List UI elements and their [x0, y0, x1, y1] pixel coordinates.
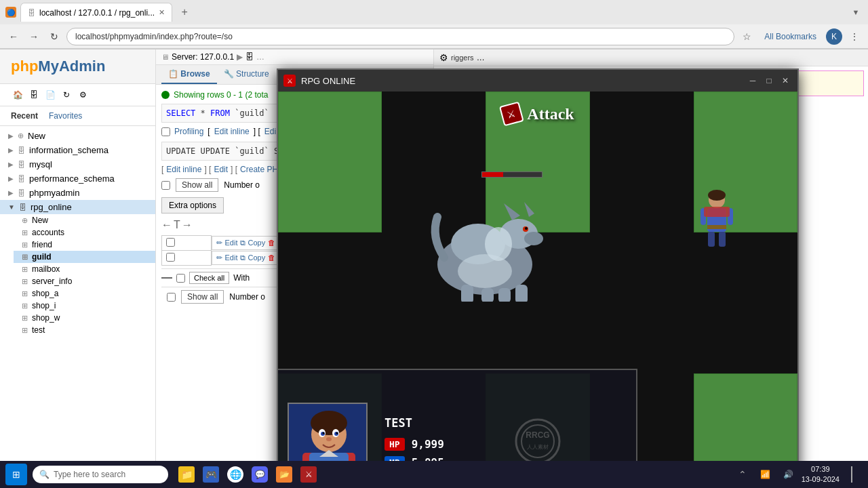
new-db-item[interactable]: ▶ ⊕ New: [0, 129, 155, 143]
logo-php: php: [11, 58, 38, 75]
bookmark-star-icon[interactable]: ☆: [738, 28, 755, 45]
edit-inline-link[interactable]: Edit inline: [214, 127, 250, 136]
network-icon[interactable]: 📶: [755, 464, 776, 485]
edit-link[interactable]: Edi: [264, 127, 276, 136]
server-label: Server: 127.0.0.1: [172, 52, 234, 62]
table-new[interactable]: ⊕ New: [14, 214, 155, 226]
check-all-btn[interactable]: Check all: [189, 272, 229, 284]
show-desktop-btn[interactable]: [842, 464, 863, 485]
discord-icon: 💬: [252, 466, 268, 483]
taskbar-app-chrome[interactable]: 🌐: [225, 464, 245, 485]
svg-rect-8: [461, 285, 473, 302]
table-friend-label: friend: [32, 240, 52, 249]
arrow-left-icon[interactable]: ←: [161, 219, 172, 231]
table-server-info[interactable]: ⊞ server_info: [14, 275, 155, 287]
taskbar-system-icons: ⌃ 📶 🔊 07:39 13-09-2024: [732, 464, 863, 485]
browser-tab-1[interactable]: 🗄 localhost / 127.0.0.1 / rpg_onli... ✕: [20, 3, 172, 22]
home-icon[interactable]: 🏠: [11, 88, 24, 102]
db-mysql[interactable]: ▶ 🗄 mysql: [0, 157, 155, 171]
sql-icon[interactable]: 📄: [43, 88, 57, 102]
svg-rect-22: [704, 207, 730, 217]
table-shop-w[interactable]: ⊞ shop_w: [14, 312, 155, 324]
svg-text:人人素材: 人人素材: [527, 444, 549, 450]
tab-browse[interactable]: 📋 Browse: [161, 65, 217, 84]
search-placeholder: Type here to search: [54, 470, 125, 479]
show-all-btn[interactable]: Show all: [176, 178, 218, 192]
game-maximize-btn[interactable]: □: [762, 74, 776, 87]
taskbar-app-explorer[interactable]: 📁: [176, 464, 197, 485]
volume-icon[interactable]: 🔊: [778, 464, 799, 485]
table-friend-icon: ⊞: [22, 241, 28, 249]
tab1-close-btn[interactable]: ✕: [159, 8, 165, 17]
new-label: New: [28, 131, 45, 141]
db-information-schema[interactable]: ▶ 🗄 information_schema: [0, 143, 155, 157]
extra-options-btn[interactable]: Extra options: [161, 197, 224, 214]
wolf-hp-bar: [481, 171, 542, 178]
arrow-right-icon[interactable]: →: [182, 219, 193, 231]
search-bar[interactable]: 🔍 Type here to search: [33, 466, 168, 483]
row1-checkbox[interactable]: [166, 238, 175, 247]
table-friend[interactable]: ⊞ friend: [14, 239, 155, 251]
table-new-icon: ⊕: [22, 216, 28, 225]
start-btn[interactable]: ⊞: [5, 464, 27, 485]
bottom-show-all-checkbox[interactable]: [167, 293, 176, 302]
back-btn[interactable]: ←: [5, 28, 22, 45]
create-ph-link[interactable]: Create PH: [240, 165, 278, 174]
db-rpg-online[interactable]: ▼ 🗄 rpg_online: [0, 200, 155, 214]
table-guild[interactable]: ⊞ guild: [14, 251, 155, 263]
tab-structure[interactable]: 🔧 Structure: [217, 65, 276, 84]
profiling-link[interactable]: Profiling: [174, 127, 203, 136]
row1-edit-btn[interactable]: ✏ Edit: [216, 239, 237, 247]
structure-icon: 🔧: [224, 69, 234, 79]
row2-checkbox[interactable]: [166, 253, 175, 262]
db-phpmyadmin[interactable]: ▶ 🗄 phpmyadmin: [0, 186, 155, 200]
table-shop-a[interactable]: ⊞ shop_a: [14, 287, 155, 300]
svg-rect-9: [481, 288, 494, 302]
table-test[interactable]: ⊞ test: [14, 324, 155, 336]
svg-rect-19: [719, 232, 726, 247]
table-accounts-icon: ⊞: [22, 228, 28, 237]
row1-copy-btn[interactable]: ⧉ Copy: [240, 239, 265, 247]
db-name-mysql: mysql: [29, 159, 52, 169]
address-bar[interactable]: localhost/phpmyadmin/index.php?route=/so: [66, 28, 734, 45]
db-icon[interactable]: 🗄: [27, 88, 41, 102]
all-bookmarks-link[interactable]: All Bookmarks: [759, 32, 822, 41]
taskbar-app-1[interactable]: 🎮: [201, 464, 221, 485]
db-performance-schema[interactable]: ▶ 🗄 performance_schema: [0, 171, 155, 186]
favorites-tab[interactable]: Favorites: [43, 109, 87, 123]
taskbar-app-rpg[interactable]: ⚔: [298, 464, 319, 485]
attack-btn[interactable]: ⚔ Attack: [501, 104, 574, 124]
taskbar-clock: 07:39 13-09-2024: [802, 464, 840, 485]
app1-icon: 🎮: [203, 466, 219, 483]
game-title-bar: ⚔ RPG ONLINE ─ □ ✕: [278, 70, 797, 92]
row2-edit-btn[interactable]: ✏ Edit: [216, 253, 237, 262]
recent-tab[interactable]: Recent: [5, 109, 43, 123]
show-all-checkbox[interactable]: [161, 181, 170, 190]
rpg-toggle-icon: ▼: [8, 203, 15, 211]
refresh-btn[interactable]: ↻: [46, 28, 62, 45]
triggers-tab[interactable]: ⚙ riggers …: [434, 49, 868, 66]
profile-icon[interactable]: K: [826, 28, 842, 45]
table-accounts[interactable]: ⊞ accounts: [14, 226, 155, 239]
bottom-show-all-btn[interactable]: Show all: [181, 290, 224, 304]
edit-inline-link2[interactable]: Edit inline: [166, 165, 201, 174]
game-minimize-btn[interactable]: ─: [746, 74, 760, 87]
refresh-db-icon[interactable]: ↻: [60, 88, 73, 102]
check-all-checkbox[interactable]: [176, 274, 185, 283]
phpmyadmin-icon: 🗄: [18, 189, 25, 197]
tab-dropdown-btn[interactable]: ▼: [849, 5, 863, 19]
settings-icon[interactable]: ⚙: [76, 88, 90, 102]
new-tab-btn[interactable]: +: [176, 4, 193, 20]
edit-link2[interactable]: Edit: [214, 165, 228, 174]
taskbar-app-discord[interactable]: 💬: [250, 464, 270, 485]
gear-icon[interactable]: ⚙: [439, 52, 448, 63]
taskbar-app-files[interactable]: 📂: [274, 464, 294, 485]
browser-menu-icon[interactable]: ⋮: [846, 28, 863, 45]
row2-copy-btn[interactable]: ⧉ Copy: [240, 253, 265, 262]
game-close-btn[interactable]: ✕: [778, 74, 792, 87]
table-mailbox[interactable]: ⊞ mailbox: [14, 263, 155, 275]
profiling-checkbox[interactable]: [161, 127, 170, 136]
forward-btn[interactable]: →: [26, 28, 42, 45]
system-icon-1[interactable]: ⌃: [732, 464, 753, 485]
table-shop-i[interactable]: ⊞ shop_i: [14, 300, 155, 312]
